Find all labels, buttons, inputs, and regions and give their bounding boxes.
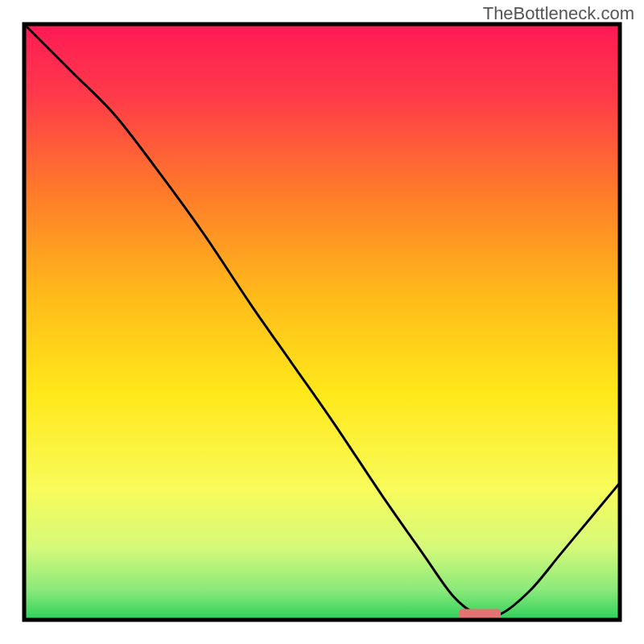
chart-svg: [0, 0, 644, 644]
valley-marker: [459, 609, 501, 619]
watermark-text: TheBottleneck.com: [483, 3, 634, 24]
chart-container: { "watermark": "TheBottleneck.com", "cha…: [0, 0, 644, 644]
